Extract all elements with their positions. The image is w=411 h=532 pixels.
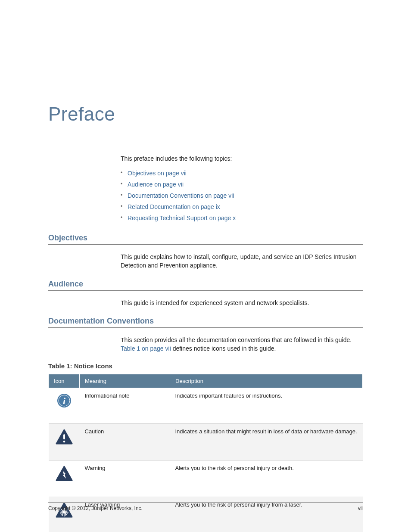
section-heading-conventions: Documentation Conventions	[48, 317, 363, 328]
document-page: Preface This preface includes the follow…	[0, 0, 411, 532]
cell-meaning: Informational note	[80, 388, 170, 424]
page-title: Preface	[48, 103, 363, 125]
section-heading-objectives: Objectives	[48, 233, 363, 245]
cell-description: Indicates important features or instruct…	[170, 388, 363, 424]
intro-block: This preface includes the following topi…	[121, 155, 363, 221]
svg-rect-3	[63, 434, 65, 439]
th-description: Description	[170, 374, 363, 388]
cell-meaning: Warning	[80, 460, 170, 497]
table-row: i Informational note Indicates important…	[49, 388, 363, 424]
cell-description: Alerts you to the risk of personal injur…	[170, 460, 363, 497]
th-icon: Icon	[49, 374, 80, 388]
table-row: Caution Indicates a situation that might…	[49, 424, 363, 460]
svg-point-13	[63, 511, 65, 513]
topic-link[interactable]: Requesting Technical Support on page x	[121, 215, 363, 221]
conventions-body-prefix: This section provides all the documentat…	[121, 336, 352, 343]
conventions-body-suffix: defines notice icons used in this guide.	[171, 345, 276, 352]
caution-icon	[54, 428, 75, 445]
audience-body: This guide is intended for experienced s…	[121, 299, 363, 307]
conventions-body: This section provides all the documentat…	[121, 336, 363, 353]
table-row: Warning Alerts you to the risk of person…	[49, 460, 363, 497]
cell-description: Indicates a situation that might result …	[170, 424, 363, 460]
th-meaning: Meaning	[80, 374, 170, 388]
intro-text: This preface includes the following topi…	[121, 155, 363, 162]
copyright-text: Copyright © 2012, Juniper Networks, Inc.	[48, 505, 143, 511]
topic-list: Objectives on page vii Audience on page …	[121, 170, 363, 221]
objectives-body: This guide explains how to install, conf…	[121, 252, 363, 270]
svg-text:i: i	[62, 395, 65, 406]
table-header-row: Icon Meaning Description	[49, 374, 363, 388]
section-heading-audience: Audience	[48, 280, 363, 291]
topic-link[interactable]: Related Documentation on page ix	[121, 203, 363, 210]
cell-meaning: Caution	[80, 424, 170, 460]
topic-link[interactable]: Audience on page vii	[121, 181, 363, 188]
page-number: vii	[358, 505, 363, 511]
topic-link[interactable]: Documentation Conventions on page vii	[121, 192, 363, 199]
svg-point-4	[63, 441, 65, 443]
warning-icon	[54, 465, 75, 481]
table-caption: Table 1: Notice Icons	[48, 362, 363, 370]
page-footer: Copyright © 2012, Juniper Networks, Inc.…	[48, 502, 363, 511]
topic-link[interactable]: Objectives on page vii	[121, 170, 363, 177]
table-ref-link[interactable]: Table 1 on page vii	[121, 345, 171, 352]
info-icon: i	[54, 392, 75, 408]
